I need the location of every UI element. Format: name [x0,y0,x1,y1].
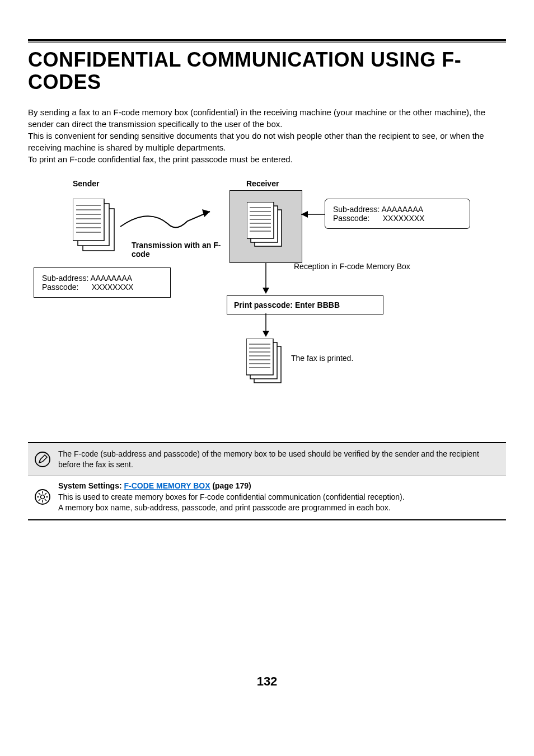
fcode-diagram: Sender Receiver Transmission with an F-c… [28,179,504,392]
receiver-label: Receiver [246,179,279,188]
sender-subaddress: Sub-address: AAAAAAAA [42,274,162,283]
settings-block: System Settings: F-CODE MEMORY BOX (page… [28,476,506,520]
receiver-credentials-box: Sub-address: AAAAAAAA Passcode: XXXXXXXX [325,199,470,229]
gear-icon [32,481,53,514]
printed-label: The fax is printed. [291,354,353,363]
svg-line-48 [39,499,40,501]
sender-credentials-box: Sub-address: AAAAAAAA Passcode: XXXXXXXX [34,267,171,298]
document-icon [246,339,285,388]
transmission-label: Transmission with an F-code [132,241,221,259]
intro-p1: By sending a fax to an F-code memory box… [28,106,506,130]
svg-rect-2 [73,199,104,241]
sender-label: Sender [73,179,99,188]
page-number: 132 [0,674,534,689]
note-text: The F-code (sub-address and passcode) of… [53,449,502,470]
transmission-arrow-icon [115,201,227,241]
receiver-subaddress: Sub-address: AAAAAAAA [333,205,462,214]
svg-marker-22 [301,211,308,218]
sender-passcode: Passcode: XXXXXXXX [42,283,162,292]
settings-line2: A memory box name, sub-address, passcode… [58,503,405,514]
rule-thin [28,43,506,43]
intro-p3: To print an F-code confidential fax, the… [28,153,506,165]
svg-marker-26 [263,331,269,337]
settings-line1: This is used to create memory boxes for … [58,492,405,503]
fcode-memory-box-link[interactable]: F-CODE MEMORY BOX [124,481,210,490]
settings-suffix: (page 179) [210,481,251,490]
document-icon [73,199,119,255]
receiver-passcode: Passcode: XXXXXXXX [333,214,462,223]
settings-text: System Settings: F-CODE MEMORY BOX (page… [53,481,405,514]
receiver-memory-box [229,190,302,263]
settings-prefix: System Settings: [58,481,124,490]
svg-marker-10 [202,209,210,217]
passcode-prompt-box: Print passcode: Enter BBBB [227,295,383,314]
intro-text: By sending a fax to an F-code memory box… [28,106,506,165]
svg-point-37 [35,452,50,467]
svg-line-46 [45,499,46,501]
rule-thick [28,39,506,41]
arrow-down-icon [260,263,271,295]
connector-line-icon [301,210,329,227]
document-icon [247,202,286,251]
intro-p2: This is convenient for sending sensitive… [28,130,506,153]
note-block: The F-code (sub-address and passcode) of… [28,442,506,476]
pencil-icon [32,449,53,470]
reception-label: Reception in F-code Memory Box [294,262,410,271]
svg-point-40 [41,495,45,499]
svg-line-47 [45,493,46,495]
page-title: CONFIDENTIAL COMMUNICATION USING F-CODES [28,49,506,93]
arrow-down-icon [260,313,271,339]
svg-line-45 [39,493,40,495]
svg-marker-24 [263,288,269,294]
